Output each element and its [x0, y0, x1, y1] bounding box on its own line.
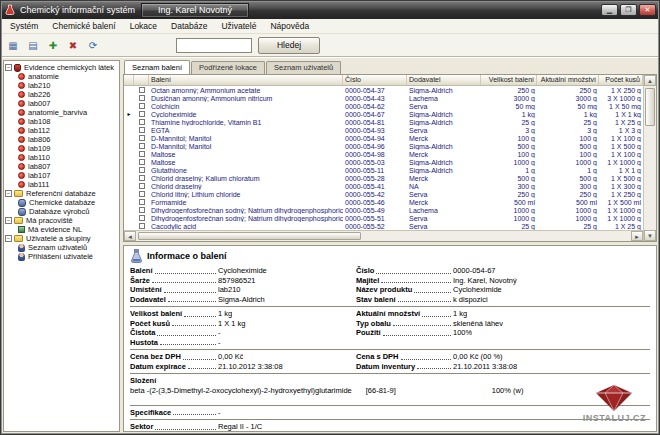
table-row[interactable]: Dihydrogenfosforečnan sodný; Natrium dih… — [124, 206, 643, 214]
add-icon[interactable]: ✚ — [44, 37, 62, 54]
row-checkbox[interactable] — [139, 111, 145, 117]
table-row[interactable]: Formamide0000-055-46Merck500 ml500 ml1 X… — [124, 198, 643, 206]
menu-system[interactable]: Systém — [3, 20, 45, 32]
tree-node-referencni-databaze[interactable]: −Referenční databáze — [5, 189, 118, 198]
tab-seznam-baleni[interactable]: Seznam balení — [124, 60, 190, 74]
collapse-icon[interactable]: − — [5, 64, 12, 71]
horizontal-scroll-track[interactable] — [136, 231, 631, 241]
menu-databaze[interactable]: Databáze — [164, 20, 214, 32]
collapse-icon[interactable]: − — [5, 235, 12, 242]
tab-seznam-uzivatelu[interactable]: Seznam uživatelů — [266, 61, 341, 74]
menu-napoveda[interactable]: Nápověda — [263, 20, 316, 32]
tree-node-lab112[interactable]: lab112 — [5, 126, 118, 135]
table-row[interactable]: Glutathione0000-055-11Sigma-Aldrich1 g1 … — [124, 166, 643, 174]
row-checkbox[interactable] — [139, 191, 145, 197]
tree-view-icon[interactable]: ▦ — [4, 37, 22, 54]
tree-node-lab111[interactable]: lab111 — [5, 180, 118, 189]
table-row[interactable]: Chlorid litný; Lithium chloride0000-055-… — [124, 190, 643, 198]
menu-lokace[interactable]: Lokace — [123, 20, 164, 32]
table-row[interactable]: Chlorid draselný; Kalium chloratum0000-0… — [124, 174, 643, 182]
table-row[interactable]: D-Mannitol; Manitol0000-054-96Sigma-Aldr… — [124, 142, 643, 150]
maximize-button[interactable]: ❐ — [620, 4, 637, 16]
vertical-scroll-track[interactable] — [644, 86, 656, 230]
tree-node-ma-evidence-nl[interactable]: Má evidence NL — [5, 225, 118, 234]
row-checkbox[interactable] — [139, 127, 145, 133]
refresh-icon[interactable]: ⟳ — [84, 37, 102, 54]
table-row[interactable]: Maltose0000-055-03Sigma-Aldrich1000 g100… — [124, 158, 643, 166]
tree-node-prihlaseni-uzivatele[interactable]: Přihlášení uživatelé — [5, 252, 118, 261]
tree-node-lab806[interactable]: lab806 — [5, 135, 118, 144]
tree-node-anatomie[interactable]: anatomie — [5, 72, 118, 81]
row-checkbox[interactable] — [139, 167, 145, 173]
collapse-icon[interactable]: − — [5, 217, 12, 224]
tab-podrizene-lokace[interactable]: Podřízené lokace — [191, 61, 265, 74]
minimize-button[interactable]: ▁ — [601, 4, 618, 16]
column-header-dodavatel[interactable]: Dodavatel — [407, 75, 481, 85]
row-checkbox[interactable] — [139, 103, 145, 109]
vertical-scrollbar[interactable]: ▲ ▼ — [643, 75, 656, 241]
tree-node-lab210[interactable]: lab210 — [5, 81, 118, 90]
scroll-right-icon[interactable]: ► — [631, 231, 643, 241]
close-button[interactable]: ✕ — [639, 4, 656, 16]
row-checkbox[interactable] — [139, 223, 145, 229]
tree-node-ma-pracoviste[interactable]: −Má pracoviště — [5, 216, 118, 225]
row-checkbox[interactable] — [139, 119, 145, 125]
tree-node-databaze-vyrobcu[interactable]: Databáze výrobců — [5, 207, 118, 216]
list-view-icon[interactable]: ▤ — [24, 37, 42, 54]
row-checkbox[interactable] — [139, 183, 145, 189]
row-checkbox[interactable] — [139, 199, 145, 205]
row-checkbox[interactable] — [139, 95, 145, 101]
tree-node-uzivatele-a-skupiny[interactable]: −Uživatelé a skupiny — [5, 234, 118, 243]
table-cell: 1 X 500 ml — [599, 199, 643, 206]
collapse-icon[interactable]: − — [5, 190, 12, 197]
tree-node-chemicke-databaze[interactable]: Chemické databáze — [5, 198, 118, 207]
tree-node-evidence-chemickych-latek[interactable]: −Evidence chemických látek — [5, 63, 118, 72]
tree-node-lab807[interactable]: lab807 — [5, 162, 118, 171]
table-row[interactable]: Dihydrogenfosforečnan sodný; Natrium dih… — [124, 214, 643, 222]
table-cell: 250 g — [481, 191, 537, 198]
row-checkbox[interactable] — [139, 151, 145, 157]
tree-node-lab007[interactable]: lab007 — [5, 99, 118, 108]
table-row[interactable]: Cacodylic acid0000-055-52Serva25 g25 g1 … — [124, 222, 643, 230]
table-row[interactable]: Octan amonný; Ammonium acetate0000-054-3… — [124, 86, 643, 94]
search-input[interactable] — [176, 38, 252, 53]
row-checkbox[interactable] — [139, 175, 145, 181]
vertical-scroll-thumb[interactable] — [645, 88, 655, 126]
row-checkbox[interactable] — [139, 207, 145, 213]
table-row[interactable]: ▸Cycloheximide0000-054-67Sigma-Aldrich1 … — [124, 110, 643, 118]
table-row[interactable]: Colchicin0000-054-62Serva50 mg50 mg1 X 5… — [124, 102, 643, 110]
search-button[interactable]: Hledej — [258, 37, 320, 54]
horizontal-scrollbar[interactable]: ◄ ► — [124, 230, 643, 241]
menu-uzivatele[interactable]: Uživatelé — [214, 20, 263, 32]
table-row[interactable]: Maltose0000-054-98Merck100 g100 g1 X 100… — [124, 150, 643, 158]
tree-node-lab108[interactable]: lab108 — [5, 117, 118, 126]
tree-node-lab226[interactable]: lab226 — [5, 90, 118, 99]
tree-node-lab110[interactable]: lab110 — [5, 153, 118, 162]
column-header-cislo[interactable]: Číslo — [343, 75, 407, 85]
scroll-down-icon[interactable]: ▼ — [644, 230, 656, 241]
table-row[interactable]: EGTA0000-054-93Serva3 g3 g1 X 3 g — [124, 126, 643, 134]
delete-icon[interactable]: ✖ — [64, 37, 82, 54]
scroll-up-icon[interactable]: ▲ — [644, 75, 656, 86]
tree-node-lab109[interactable]: lab109 — [5, 144, 118, 153]
column-header-aktualni-mnozstvi[interactable]: Aktuální množství — [537, 75, 599, 85]
row-checkbox[interactable] — [139, 215, 145, 221]
tree-node-lab107[interactable]: lab107 — [5, 171, 118, 180]
column-header-pocet-kusu[interactable]: Počet kusů — [599, 75, 643, 85]
table-row[interactable]: D-Mannitol; Manitol0000-054-94Merck100 g… — [124, 134, 643, 142]
scroll-left-icon[interactable]: ◄ — [124, 231, 136, 241]
window-title: Chemický informační systém — [20, 5, 135, 15]
column-header-baleni[interactable]: Balení — [149, 75, 343, 85]
menu-chemicke-baleni[interactable]: Chemické balení — [45, 20, 122, 32]
table-row[interactable]: Thiamine hydrochloride, Vitamin B10000-0… — [124, 118, 643, 126]
horizontal-scroll-thumb[interactable] — [138, 232, 361, 240]
row-checkbox[interactable] — [139, 87, 145, 93]
row-checkbox[interactable] — [139, 159, 145, 165]
table-row[interactable]: Chlorid draselný0000-055-41NA300 g300 g1… — [124, 182, 643, 190]
table-row[interactable]: Dusičnan amonný; Ammonium nitricum0000-0… — [124, 94, 643, 102]
tree-node-anatomie-barviva[interactable]: anatomie_barviva — [5, 108, 118, 117]
column-header-velikost-baleni[interactable]: Velikost balení — [481, 75, 537, 85]
tree-node-seznam-uzivatelu[interactable]: Seznam uživatelů — [5, 243, 118, 252]
row-checkbox[interactable] — [139, 143, 145, 149]
row-checkbox[interactable] — [139, 135, 145, 141]
